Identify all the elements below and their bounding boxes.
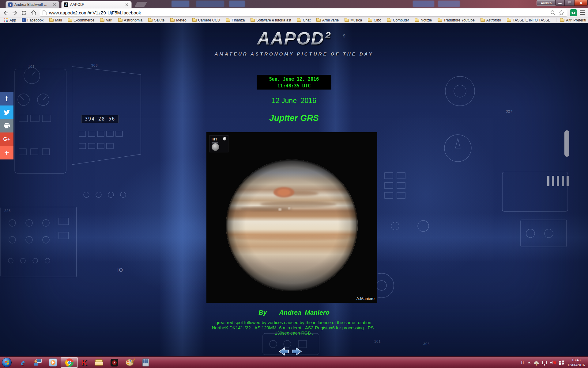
badge-line: [212, 142, 218, 143]
page-content: 101 306 225 IO 327 101 306 394 28 56 9 A…: [0, 23, 588, 356]
bookmark-label: E-commerce: [74, 18, 94, 22]
bookmarks-bar: App f Facebook Mail E-commerce Vari Astr…: [0, 17, 588, 23]
show-hidden-icons-button[interactable]: [528, 362, 531, 363]
clock[interactable]: 13:48 12/06/2016: [567, 358, 585, 367]
language-indicator[interactable]: IT: [521, 360, 525, 365]
share-sidebar: f G+ +: [0, 92, 13, 159]
kaspersky-taskbar-button[interactable]: K: [79, 358, 89, 367]
recorder-taskbar-button[interactable]: [109, 358, 119, 367]
bookmark-label: Facebook: [27, 18, 43, 22]
bookmark-item[interactable]: Musica: [345, 18, 362, 22]
tab-aapod-active[interactable]: A AAPOD²: [61, 1, 132, 8]
network-icon[interactable]: [542, 361, 547, 364]
share-twitter-button[interactable]: [0, 105, 13, 119]
folder-icon: [95, 359, 103, 366]
byline: By Andrea Maniero: [0, 309, 588, 316]
tab-facebook[interactable]: f Andrea Blackwolf Maniero: [6, 1, 59, 8]
close-button[interactable]: [574, 0, 588, 6]
user-account-taskbar-button[interactable]: [32, 358, 43, 367]
bookmark-item[interactable]: Astrofoto: [481, 18, 501, 22]
refresh-button[interactable]: [20, 9, 28, 17]
tab-close-icon[interactable]: [125, 2, 129, 7]
bookmark-label: Chat: [303, 18, 311, 22]
bookmark-item[interactable]: Finanza: [226, 18, 245, 22]
folder-icon: [481, 19, 485, 22]
calculator-icon: [142, 358, 149, 366]
folder-icon: [148, 19, 153, 22]
chrome-taskbar-button[interactable]: [64, 358, 74, 367]
paint-taskbar-button[interactable]: [124, 358, 135, 367]
new-tab-button[interactable]: [135, 2, 147, 7]
share-googleplus-button[interactable]: G+: [0, 132, 13, 146]
prev-arrow-button[interactable]: [277, 347, 289, 356]
tab-close-icon[interactable]: [52, 2, 57, 7]
bookmark-label: Mail: [55, 18, 62, 22]
bookmark-item[interactable]: Software e tutoria ast: [251, 18, 291, 22]
bookmark-item[interactable]: Armi varie: [316, 18, 339, 22]
extension-eye-icon[interactable]: [570, 9, 577, 16]
bookmark-label: Camere CCD: [198, 18, 220, 22]
iht-badge-text: IHT: [212, 138, 217, 141]
ie-taskbar-button[interactable]: e: [18, 358, 28, 367]
start-button[interactable]: [2, 358, 12, 367]
bookmark-item[interactable]: Vari: [100, 18, 112, 22]
facebook-favicon: f: [8, 2, 13, 7]
other-bookmarks[interactable]: Altri Preferiti: [556, 18, 586, 22]
minimize-button[interactable]: [555, 0, 565, 6]
share-print-button[interactable]: [0, 119, 13, 132]
chrome-menu-button[interactable]: [580, 10, 585, 15]
tray-umbrella-icon[interactable]: [534, 361, 539, 364]
kaspersky-icon: K: [81, 358, 87, 367]
tab-title: AAPOD²: [70, 2, 123, 7]
media-player-icon: [49, 358, 57, 366]
bookmark-item[interactable]: Camere CCD: [192, 18, 220, 22]
bookmark-item[interactable]: Meteo: [170, 18, 186, 22]
bookmark-label: Vari: [106, 18, 112, 22]
browser-toolbar: www.aapodx2.com/#.V1zZ9-UjF5M.facebook: [0, 8, 588, 17]
home-button[interactable]: [30, 9, 37, 17]
eye-icon: [571, 12, 575, 14]
user-monitor-icon: [34, 359, 42, 366]
bookmark-star-icon[interactable]: [558, 10, 564, 16]
bookmark-label: Meteo: [176, 18, 186, 22]
next-arrow-button[interactable]: [291, 347, 303, 356]
forward-button[interactable]: [11, 9, 18, 17]
bookmark-item[interactable]: Notizie: [415, 18, 432, 22]
description-line: great red spot followed by vortices caus…: [0, 320, 588, 325]
share-more-button[interactable]: +: [0, 146, 13, 159]
bookmark-item[interactable]: Computer: [387, 18, 409, 22]
maximize-button[interactable]: [565, 0, 574, 6]
bookmark-label: Astronomia: [124, 18, 143, 22]
address-bar[interactable]: www.aapodx2.com/#.V1zZ9-UjF5M.facebook: [40, 9, 567, 17]
tray-date: 12/06/2016: [567, 362, 585, 367]
ie-icon: e: [21, 358, 25, 367]
jupiter-photo[interactable]: IHT A.Maniero: [206, 132, 377, 303]
photo-description: great red spot followed by vortices caus…: [0, 320, 588, 336]
bookmark-item[interactable]: TASSE E INFO TASSE: [507, 18, 550, 22]
bookmark-item[interactable]: Chat: [297, 18, 311, 22]
bookmark-item[interactable]: Salute: [148, 18, 164, 22]
blueprint-label: 101: [374, 339, 381, 343]
volume-muted-icon[interactable]: [550, 360, 556, 365]
explorer-taskbar-button[interactable]: [94, 358, 104, 367]
page-icon: [43, 10, 47, 15]
bookmark-item[interactable]: Astronomia: [118, 18, 143, 22]
action-center-icon[interactable]: [559, 360, 564, 365]
bookmark-item[interactable]: Traduttore Youtube: [438, 18, 475, 22]
printer-icon: [3, 122, 10, 129]
bookmark-label: Notizie: [421, 18, 432, 22]
blueprint-label: IO: [117, 267, 123, 273]
bookmark-item[interactable]: E-commerce: [68, 18, 94, 22]
zoom-icon[interactable]: [550, 10, 556, 16]
profile-button[interactable]: Andrea: [537, 0, 556, 6]
bookmark-item[interactable]: Cibo: [368, 18, 381, 22]
back-button[interactable]: [2, 9, 10, 17]
share-facebook-button[interactable]: f: [0, 92, 13, 105]
calculator-taskbar-button[interactable]: [140, 358, 151, 367]
bookmark-item[interactable]: f Facebook: [22, 18, 43, 22]
bookmark-item[interactable]: Mail: [49, 18, 62, 22]
media-player-taskbar-button[interactable]: [48, 358, 58, 367]
bookmark-apps[interactable]: App: [4, 18, 16, 22]
url-text[interactable]: www.aapodx2.com/#.V1zZ9-UjF5M.facebook: [49, 10, 548, 15]
folder-icon: [507, 19, 511, 22]
